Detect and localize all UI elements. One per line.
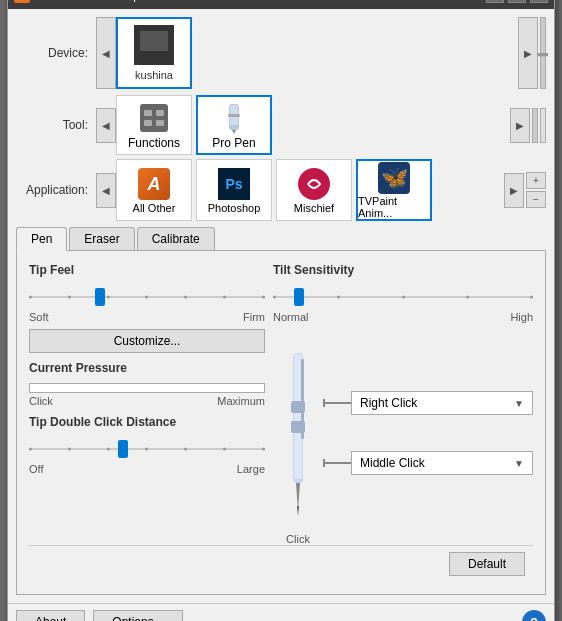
middle-click-chevron-icon: ▼ bbox=[514, 458, 524, 469]
tilt-thumb[interactable] bbox=[294, 288, 304, 306]
tab-calibrate[interactable]: Calibrate bbox=[137, 227, 215, 250]
svg-rect-1 bbox=[144, 110, 152, 116]
device-prev-button[interactable]: ◀ bbox=[96, 17, 116, 89]
slider-dot bbox=[184, 296, 187, 299]
tvpaint-icon-graphic: 🦋 bbox=[378, 162, 410, 194]
slider-dot bbox=[107, 448, 110, 451]
app-item-photoshop[interactable]: Ps Photoshop bbox=[196, 159, 272, 221]
app-allother-label: All Other bbox=[133, 202, 176, 214]
allother-icon: A bbox=[136, 166, 172, 202]
tool-item-functions[interactable]: Functions bbox=[116, 95, 192, 155]
right-click-dropdown[interactable]: Right Click ▼ bbox=[351, 391, 533, 415]
tab-pen[interactable]: Pen bbox=[16, 227, 67, 251]
device-name: kushina bbox=[135, 69, 173, 81]
svg-rect-16 bbox=[301, 359, 304, 439]
middle-click-dropdown[interactable]: Middle Click ▼ bbox=[351, 451, 533, 475]
mischief-icon bbox=[296, 166, 332, 202]
tool-next-button[interactable]: ▶ bbox=[510, 108, 530, 143]
app-mischief-label: Mischief bbox=[294, 202, 334, 214]
pen-buttons-area: Click Right Click ▼ bbox=[273, 341, 533, 545]
slider-dot bbox=[223, 448, 226, 451]
window-title: Wacom Tablet Properties bbox=[36, 0, 486, 2]
minimize-button[interactable]: ─ bbox=[486, 0, 504, 3]
slider-dot bbox=[29, 448, 32, 451]
pressure-bar-fill bbox=[30, 384, 264, 392]
device-scrollbar[interactable]: ▐ bbox=[540, 17, 546, 89]
pressure-labels: Click Maximum bbox=[29, 395, 265, 407]
device-row: Device: ◀ kushina ▶ ▐ bbox=[16, 17, 546, 89]
propen-icon-area bbox=[216, 100, 252, 136]
pressure-click-label: Click bbox=[29, 395, 53, 407]
tip-feel-dots bbox=[29, 296, 265, 299]
double-click-section: Tip Double Click Distance bbox=[29, 415, 265, 475]
default-row: Default bbox=[29, 545, 533, 582]
tool-items: Functions Pro Pen bbox=[116, 95, 508, 155]
app-remove-button[interactable]: − bbox=[526, 191, 546, 208]
pen-svg bbox=[283, 351, 313, 531]
tool-propen-label: Pro Pen bbox=[212, 136, 255, 150]
svg-rect-2 bbox=[156, 110, 164, 116]
slider-dot bbox=[184, 448, 187, 451]
tool-item-propen[interactable]: Pro Pen bbox=[196, 95, 272, 155]
footer: About Options... ? bbox=[8, 603, 554, 621]
app-prev-button[interactable]: ◀ bbox=[96, 173, 116, 208]
device-thumbnail bbox=[134, 25, 174, 65]
tool-scrollbar[interactable] bbox=[532, 108, 538, 143]
slider-dot bbox=[107, 296, 110, 299]
double-click-labels: Off Large bbox=[29, 463, 265, 475]
pen-tab-content: Tip Feel bbox=[16, 251, 546, 595]
tab-eraser[interactable]: Eraser bbox=[69, 227, 134, 250]
tool-row: Tool: ◀ Functions bbox=[16, 95, 546, 155]
device-item-kushina[interactable]: kushina bbox=[116, 17, 192, 89]
svg-rect-4 bbox=[156, 120, 164, 126]
tip-feel-section: Tip Feel bbox=[29, 263, 265, 353]
title-bar: Wacom Tablet Properties ─ □ ✕ bbox=[8, 0, 554, 9]
right-click-row: Right Click ▼ bbox=[323, 391, 533, 415]
double-click-slider[interactable] bbox=[29, 437, 265, 461]
device-next-button[interactable]: ▶ bbox=[518, 17, 538, 89]
slider-dot bbox=[262, 296, 265, 299]
double-click-dots bbox=[29, 448, 265, 451]
app-tvpaint-label: TVPaint Anim... bbox=[358, 195, 430, 219]
customize-button[interactable]: Customize... bbox=[29, 329, 265, 353]
tilt-slider[interactable] bbox=[273, 285, 533, 309]
pressure-bar bbox=[29, 383, 265, 393]
double-click-large-label: Large bbox=[237, 463, 265, 475]
butterfly-icon: 🦋 bbox=[381, 165, 408, 191]
options-button[interactable]: Options... bbox=[93, 610, 182, 621]
tip-feel-thumb[interactable] bbox=[95, 288, 105, 306]
tilt-sensitivity-section: Tilt Sensitivity bbox=[273, 263, 533, 329]
tool-label: Tool: bbox=[16, 118, 96, 132]
app-item-tvpaint[interactable]: 🦋 TVPaint Anim... bbox=[356, 159, 432, 221]
slider-dot bbox=[145, 448, 148, 451]
default-button[interactable]: Default bbox=[449, 552, 525, 576]
mischief-icon-graphic bbox=[298, 168, 330, 200]
photoshop-icon: Ps bbox=[216, 166, 252, 202]
maximize-button[interactable]: □ bbox=[508, 0, 526, 3]
pen-bottom-label: Click bbox=[286, 533, 310, 545]
app-next-button[interactable]: ▶ bbox=[504, 173, 524, 208]
app-item-mischief[interactable]: Mischief bbox=[276, 159, 352, 221]
double-click-thumb[interactable] bbox=[118, 440, 128, 458]
help-button[interactable]: ? bbox=[522, 610, 546, 621]
device-label: Device: bbox=[16, 46, 96, 60]
app-add-button[interactable]: + bbox=[526, 172, 546, 189]
tip-feel-soft-label: Soft bbox=[29, 311, 49, 323]
tool-prev-button[interactable]: ◀ bbox=[96, 108, 116, 143]
slider-dot bbox=[337, 296, 340, 299]
tip-feel-labels: Soft Firm bbox=[29, 311, 265, 323]
tool-scrollbar-end bbox=[540, 108, 546, 143]
pen-right-area: Tilt Sensitivity bbox=[273, 263, 533, 545]
double-click-off-label: Off bbox=[29, 463, 43, 475]
about-button[interactable]: About bbox=[16, 610, 85, 621]
svg-rect-0 bbox=[140, 104, 168, 132]
close-button[interactable]: ✕ bbox=[530, 0, 548, 3]
allother-icon-graphic: A bbox=[138, 168, 170, 200]
tip-feel-slider[interactable] bbox=[29, 285, 265, 309]
app-item-allother[interactable]: A All Other bbox=[116, 159, 192, 221]
svg-rect-8 bbox=[228, 114, 240, 117]
slider-dot bbox=[402, 296, 405, 299]
svg-rect-11 bbox=[294, 354, 302, 479]
pen-illustration: Click bbox=[273, 341, 323, 545]
app-label: Application: bbox=[16, 183, 96, 197]
